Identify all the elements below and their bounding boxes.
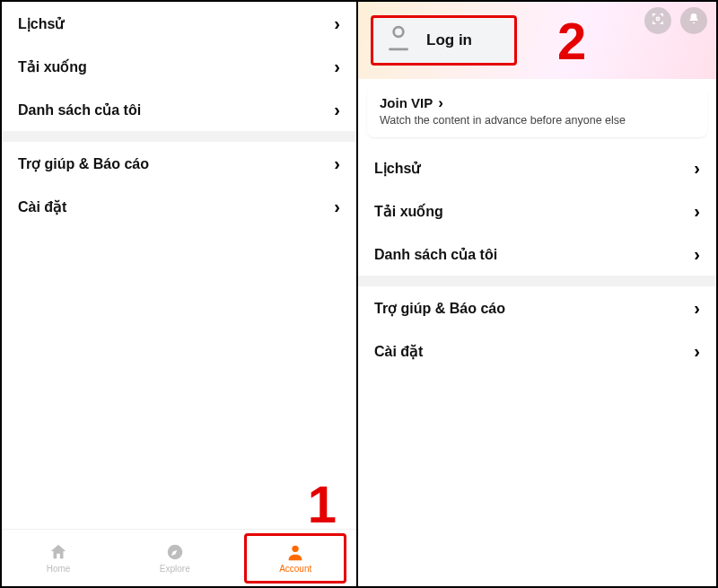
menu-label: Trợ giúp & Báo cáo — [374, 300, 505, 317]
svg-point-2 — [656, 17, 659, 20]
menu-item-help[interactable]: Trợ giúp & Báo cáo › — [2, 142, 356, 185]
profile-icon — [387, 25, 410, 56]
svg-point-3 — [394, 27, 404, 37]
menu-group-1: Lịchsử › Tải xuống › Danh sách của tôi › — [358, 146, 716, 276]
menu-label: Tải xuống — [18, 58, 87, 75]
nav-label: Home — [47, 564, 71, 574]
chevron-right-icon: › — [334, 14, 340, 32]
menu-item-settings[interactable]: Cài đặt › — [358, 329, 716, 373]
account-icon — [285, 542, 305, 562]
chevron-right-icon: › — [334, 154, 340, 172]
vip-title-row[interactable]: Join VIP › — [380, 95, 695, 110]
menu-label: Cài đặt — [374, 343, 423, 360]
nav-home[interactable]: Home — [38, 539, 80, 577]
vip-card[interactable]: Join VIP › Watch the content in advance … — [367, 86, 707, 137]
menu-item-settings[interactable]: Cài đặt › — [2, 185, 356, 228]
menu-item-my-list[interactable]: Danh sách của tôi › — [358, 233, 716, 276]
menu-item-my-list[interactable]: Danh sách của tôi › — [2, 88, 356, 131]
scan-icon — [651, 12, 665, 30]
compass-icon — [165, 542, 185, 562]
menu-item-history[interactable]: Lịchsử › — [2, 2, 356, 45]
tutorial-container: Lịchsử › Tải xuống › Danh sách của tôi ›… — [0, 0, 718, 588]
vip-title: Join VIP — [380, 95, 433, 110]
login-button[interactable]: Log in — [372, 18, 512, 63]
nav-label: Account — [279, 564, 311, 574]
nav-label: Explore — [160, 564, 190, 574]
menu-label: Danh sách của tôi — [18, 101, 141, 118]
chevron-right-icon: › — [334, 57, 340, 75]
menu-group-2: Trợ giúp & Báo cáo › Cài đặt › — [2, 142, 356, 228]
chevron-right-icon: › — [694, 159, 700, 177]
scan-button[interactable] — [644, 7, 671, 34]
menu-group-1: Lịchsử › Tải xuống › Danh sách của tôi › — [2, 2, 356, 131]
section-divider — [358, 276, 716, 286]
chevron-right-icon: › — [438, 95, 443, 110]
menu-group-2: Trợ giúp & Báo cáo › Cài đặt › — [358, 286, 716, 373]
chevron-right-icon: › — [694, 299, 700, 317]
vip-subtitle: Watch the content in advance before anyo… — [380, 114, 695, 127]
panel-step-2: Log in Join VIP › Watch the content in a… — [358, 2, 716, 586]
svg-point-1 — [293, 546, 299, 552]
home-icon — [48, 542, 68, 562]
menu-item-downloads[interactable]: Tải xuống › — [358, 189, 716, 233]
section-divider — [2, 131, 356, 142]
menu-item-downloads[interactable]: Tải xuống › — [2, 45, 356, 88]
chevron-right-icon: › — [694, 202, 700, 220]
panel-step-1: Lịchsử › Tải xuống › Danh sách của tôi ›… — [2, 2, 358, 586]
bottom-nav: Home Explore Account — [2, 529, 356, 586]
menu-label: Tải xuống — [374, 203, 443, 220]
chevron-right-icon: › — [694, 245, 700, 263]
chevron-right-icon: › — [334, 197, 340, 215]
login-label: Log in — [426, 31, 472, 49]
header-actions — [644, 7, 707, 34]
chevron-right-icon: › — [694, 342, 700, 360]
nav-account[interactable]: Account — [270, 539, 320, 577]
menu-label: Cài đặt — [18, 198, 66, 215]
notifications-button[interactable] — [680, 7, 707, 34]
annotation-number-1: 1 — [308, 474, 337, 534]
menu-label: Lịchsử — [374, 160, 420, 177]
bell-icon — [687, 12, 701, 30]
menu-label: Lịchsử — [18, 15, 64, 32]
menu-label: Danh sách của tôi — [374, 246, 497, 263]
menu-label: Trợ giúp & Báo cáo — [18, 155, 149, 172]
chevron-right-icon: › — [334, 101, 340, 118]
account-header: Log in — [358, 2, 716, 79]
menu-item-help[interactable]: Trợ giúp & Báo cáo › — [358, 286, 716, 329]
menu-item-history[interactable]: Lịchsử › — [358, 146, 716, 189]
nav-explore[interactable]: Explore — [151, 539, 199, 577]
